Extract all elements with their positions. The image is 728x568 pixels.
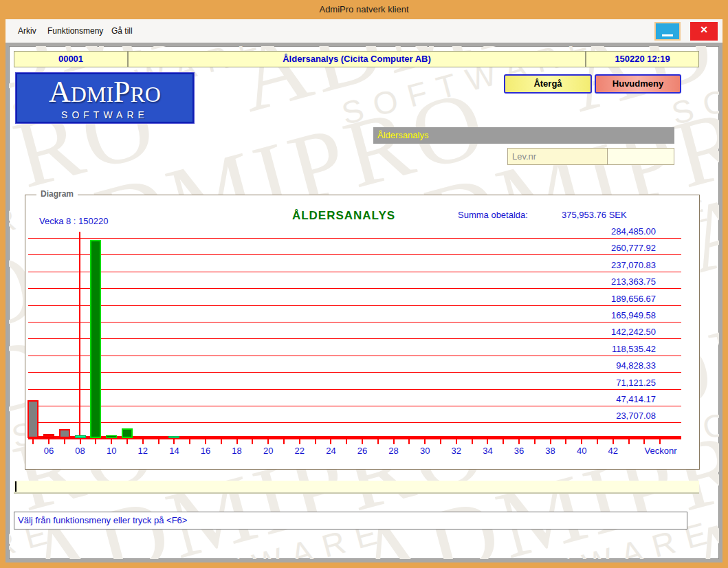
x-axis-tick bbox=[267, 439, 269, 444]
x-axis-tick-label: 10 bbox=[96, 446, 126, 456]
x-axis-tick bbox=[64, 439, 65, 444]
menu-bar: ArkivFunktionsmenyGå till ✕ bbox=[5, 19, 723, 43]
section-title-bar: Åldersanalys bbox=[373, 127, 674, 144]
y-axis-label: 23,707.08 bbox=[553, 411, 656, 421]
y-axis-label: 118,535.42 bbox=[553, 344, 656, 354]
logo-letter-group: RO bbox=[131, 82, 161, 107]
close-button[interactable]: ✕ bbox=[690, 22, 718, 41]
x-axis-tick bbox=[659, 439, 661, 444]
x-axis-tick bbox=[643, 439, 645, 444]
content-area: ADMIPROSOFTWAREADMIPROSOFTWAREADMIPROSOF… bbox=[5, 43, 723, 562]
menu-item-g-till[interactable]: Gå till bbox=[109, 19, 135, 43]
logo-subtitle: SOFTWARE bbox=[17, 109, 192, 120]
close-icon: ✕ bbox=[700, 24, 708, 35]
app-window: AdmiPro natverk klient ArkivFunktionsmen… bbox=[0, 0, 728, 568]
x-axis-tick bbox=[299, 439, 300, 444]
lev-nr-label: Lev.nr bbox=[507, 148, 608, 165]
y-axis-label: 237,070.83 bbox=[553, 260, 656, 270]
x-axis-tick bbox=[456, 439, 457, 444]
diagram-groupbox: Diagram Vecka 8 : 150220 ÅLDERSANALYS Su… bbox=[25, 195, 700, 470]
section-title: Åldersanalys bbox=[377, 130, 428, 140]
x-axis-tick bbox=[408, 439, 410, 444]
x-axis-tick bbox=[48, 439, 49, 444]
menu-item-funktionsmeny[interactable]: Funktionsmeny bbox=[45, 19, 106, 43]
x-axis-tick bbox=[189, 439, 190, 444]
x-axis-tick-label: 30 bbox=[410, 446, 440, 456]
gridline bbox=[28, 422, 681, 423]
x-axis-tick-label: 14 bbox=[159, 446, 189, 456]
x-axis-tick-label: 18 bbox=[222, 446, 252, 456]
gridline bbox=[28, 322, 681, 323]
diagram-legend: Diagram bbox=[36, 189, 78, 199]
bar-week-11[interactable] bbox=[122, 428, 133, 438]
x-axis-tick-label: 32 bbox=[441, 446, 472, 456]
x-axis-tick bbox=[597, 439, 598, 444]
x-axis-tick bbox=[613, 439, 614, 444]
x-axis-tick bbox=[32, 439, 34, 444]
lev-nr-input[interactable] bbox=[607, 148, 674, 165]
main-menu-button[interactable]: Huvudmeny bbox=[595, 74, 681, 94]
gridline bbox=[28, 238, 681, 239]
x-axis-tick-label: 20 bbox=[253, 446, 283, 456]
x-axis-tick bbox=[518, 439, 520, 444]
x-axis-tick bbox=[126, 439, 128, 444]
header-cell-company-code: 00001 bbox=[14, 51, 128, 67]
bar-week-07[interactable] bbox=[59, 429, 70, 438]
x-axis-tick bbox=[221, 439, 222, 444]
logo-letter-group: DMI bbox=[71, 82, 113, 107]
x-axis-tick-label: 34 bbox=[472, 446, 503, 456]
y-axis-label: 284,485.00 bbox=[553, 226, 656, 237]
logo-letter-group: P bbox=[113, 75, 130, 109]
bar-week-10[interactable] bbox=[106, 435, 117, 438]
x-axis-tick-label: 22 bbox=[285, 446, 315, 456]
x-axis-tick bbox=[330, 439, 331, 444]
x-axis-tick bbox=[581, 439, 582, 444]
bar-week-08[interactable] bbox=[75, 435, 86, 438]
gridline bbox=[28, 305, 681, 306]
bar-week-14[interactable] bbox=[168, 436, 179, 438]
gridline bbox=[28, 288, 681, 289]
x-axis-tick-label: 42 bbox=[598, 446, 628, 456]
x-axis-tick-label: 12 bbox=[128, 446, 158, 456]
x-axis-name: Veckonr bbox=[629, 446, 692, 456]
minimize-icon bbox=[662, 34, 673, 36]
x-axis-tick bbox=[565, 439, 566, 444]
gridline bbox=[28, 389, 681, 390]
gridline bbox=[28, 356, 681, 356]
x-axis-tick bbox=[95, 439, 96, 444]
x-axis-tick bbox=[377, 439, 379, 444]
bar-week-05[interactable] bbox=[27, 400, 38, 438]
x-axis-tick-label: 36 bbox=[504, 446, 534, 456]
menu-item-arkiv[interactable]: Arkiv bbox=[15, 19, 39, 43]
y-axis-label: 260,777.92 bbox=[553, 243, 656, 253]
x-axis-tick bbox=[283, 439, 285, 444]
x-axis-tick-label: 16 bbox=[190, 446, 221, 456]
x-axis-tick bbox=[252, 439, 253, 444]
x-axis-tick-label: 40 bbox=[566, 446, 597, 456]
window-title: AdmiPro natverk klient bbox=[319, 4, 408, 14]
x-axis-tick-label: 26 bbox=[347, 446, 377, 456]
minimize-button[interactable] bbox=[654, 22, 681, 41]
y-axis-label: 165,949.58 bbox=[553, 310, 656, 320]
gridline bbox=[28, 338, 681, 339]
x-axis-tick bbox=[80, 439, 81, 444]
x-axis-tick bbox=[628, 439, 630, 444]
gridline bbox=[28, 372, 681, 373]
x-axis-tick bbox=[534, 439, 536, 444]
header-cell-title: Åldersanalys (Cicita Computer AB) bbox=[128, 51, 586, 67]
x-axis-tick bbox=[393, 439, 395, 444]
back-button[interactable]: Återgå bbox=[504, 74, 592, 94]
y-axis-label: 94,828.33 bbox=[553, 360, 656, 371]
x-axis-tick bbox=[315, 439, 316, 444]
bar-week-09[interactable] bbox=[90, 240, 101, 438]
command-input[interactable] bbox=[14, 481, 699, 494]
x-axis-tick bbox=[440, 439, 441, 444]
bar-week-06[interactable] bbox=[43, 434, 54, 438]
y-axis-label: 71,121.25 bbox=[553, 378, 656, 388]
chart-title: ÅLDERSANALYS bbox=[241, 209, 447, 223]
y-axis-label: 47,414.17 bbox=[553, 394, 656, 404]
x-axis-tick bbox=[205, 439, 206, 444]
x-axis-tick-label: 28 bbox=[379, 446, 409, 456]
admipro-logo: ADMIPRO SOFTWARE bbox=[16, 73, 194, 123]
gridline bbox=[28, 406, 681, 406]
